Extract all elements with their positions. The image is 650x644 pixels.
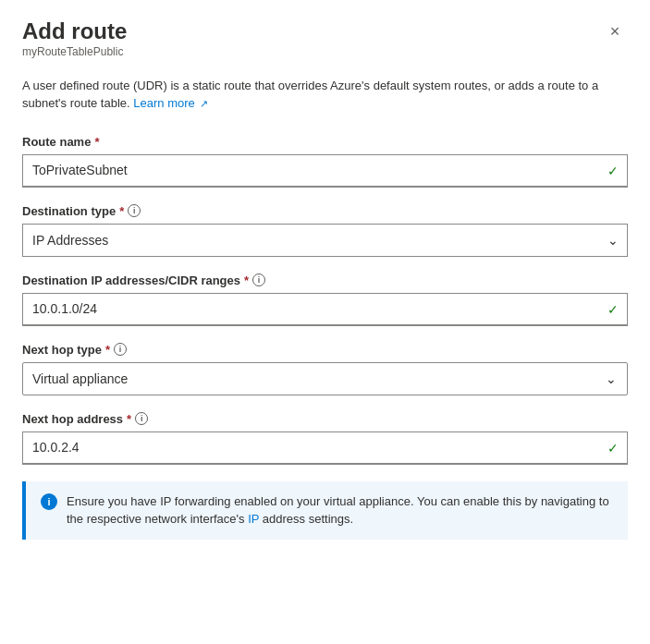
close-button[interactable]: ×	[602, 18, 628, 44]
next-hop-type-label: Next hop type * i	[22, 343, 628, 357]
destination-ip-input-wrapper: ✓	[22, 293, 628, 326]
destination-type-dropdown-wrapper[interactable]: IP Addresses ⌄	[22, 224, 628, 257]
next-hop-type-dropdown[interactable]: Virtual appliance	[22, 362, 628, 395]
info-icon[interactable]: i	[114, 343, 127, 356]
next-hop-type-group: Next hop type * i Virtual appliance ⌄	[22, 343, 628, 395]
destination-ip-group: Destination IP addresses/CIDR ranges * i…	[22, 273, 628, 326]
next-hop-address-input[interactable]	[22, 431, 628, 465]
description-text: A user defined route (UDR) is a static r…	[22, 77, 614, 113]
route-name-label: Route name *	[22, 135, 628, 149]
required-indicator: *	[105, 343, 110, 357]
add-route-panel: Add route myRouteTablePublic × A user de…	[0, 0, 650, 644]
destination-ip-input[interactable]	[22, 293, 628, 326]
info-box-text: Ensure you have IP forwarding enabled on…	[67, 492, 613, 529]
next-hop-address-group: Next hop address * i ✓	[22, 412, 628, 465]
required-indicator: *	[94, 135, 99, 149]
page-title: Add route	[22, 18, 127, 45]
title-area: Add route myRouteTablePublic	[22, 18, 127, 73]
route-name-input-wrapper: ✓	[22, 154, 628, 188]
info-icon[interactable]: i	[252, 273, 265, 286]
required-indicator: *	[127, 412, 131, 426]
next-hop-address-label: Next hop address * i	[22, 412, 628, 426]
external-link-icon: ↗	[200, 98, 208, 109]
info-box: i Ensure you have IP forwarding enabled …	[22, 481, 628, 540]
destination-ip-label: Destination IP addresses/CIDR ranges * i	[22, 273, 628, 287]
next-hop-address-input-wrapper: ✓	[22, 431, 628, 465]
info-icon[interactable]: i	[128, 204, 141, 217]
subtitle: myRouteTablePublic	[22, 45, 127, 58]
info-box-icon: i	[41, 493, 57, 510]
required-indicator: *	[119, 204, 124, 218]
destination-type-group: Destination type * i IP Addresses ⌄	[22, 204, 628, 257]
learn-more-link[interactable]: Learn more ↗	[133, 96, 208, 110]
route-name-group: Route name * ✓	[22, 135, 628, 188]
info-icon[interactable]: i	[135, 412, 148, 425]
route-name-input[interactable]	[22, 154, 628, 188]
destination-type-label: Destination type * i	[22, 204, 628, 218]
destination-type-dropdown[interactable]: IP Addresses	[22, 224, 628, 257]
next-hop-type-dropdown-wrapper[interactable]: Virtual appliance ⌄	[22, 362, 628, 395]
ip-address-link[interactable]: IP	[248, 512, 263, 526]
required-indicator: *	[244, 273, 249, 287]
panel-header: Add route myRouteTablePublic ×	[22, 18, 628, 73]
